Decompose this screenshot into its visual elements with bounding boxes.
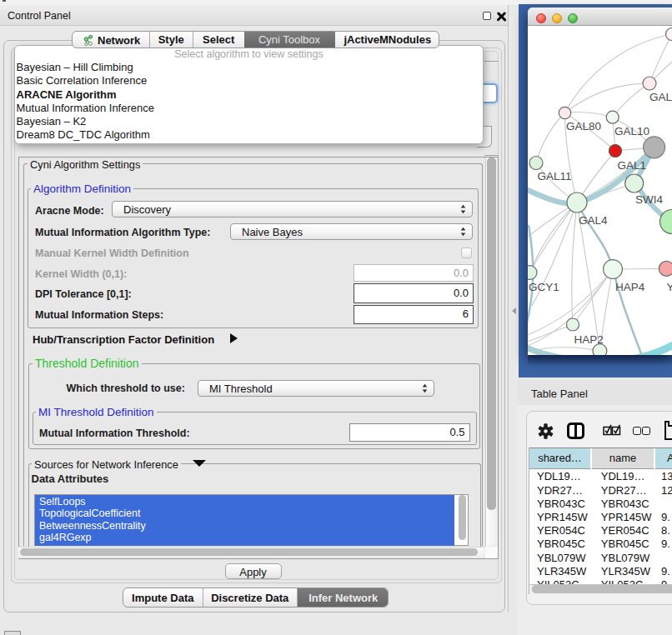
svg-text:YEL0: YEL0 — [666, 281, 672, 293]
svg-text:GAL11: GAL11 — [538, 170, 572, 182]
svg-text:SWI4: SWI4 — [635, 193, 663, 206]
svg-text:GAL80: GAL80 — [566, 120, 601, 132]
svg-text:GAL1: GAL1 — [618, 159, 647, 172]
svg-text:HAP2: HAP2 — [574, 333, 603, 346]
svg-text:GAL4: GAL4 — [579, 214, 608, 227]
svg-text:HAP4: HAP4 — [615, 281, 645, 293]
svg-text:GAL10: GAL10 — [614, 125, 649, 138]
svg-text:GCY1: GCY1 — [529, 281, 559, 293]
svg-text:GAL7: GAL7 — [649, 91, 672, 103]
